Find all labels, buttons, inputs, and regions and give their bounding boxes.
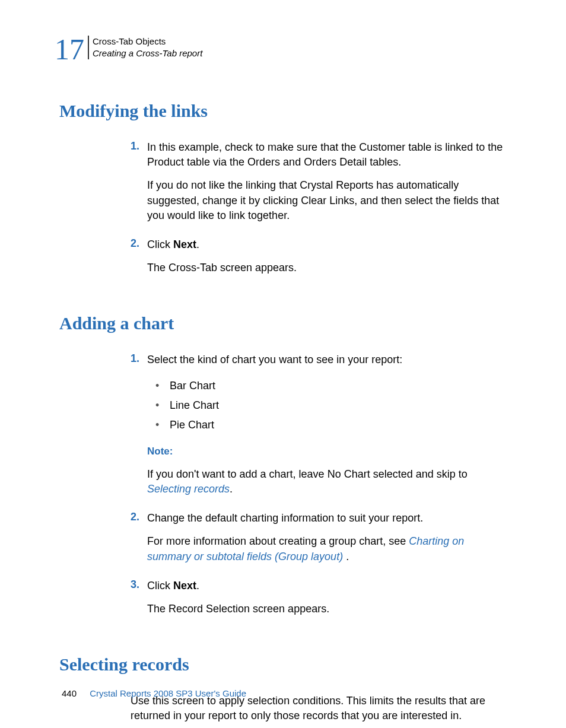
- step-text: For more information about creating a gr…: [147, 534, 505, 564]
- chapter-number: 17: [55, 34, 88, 64]
- heading-adding-chart: Adding a chart: [59, 313, 511, 333]
- step-text: Change the default charting information …: [147, 511, 505, 526]
- step-result: The Record Selection screen appears.: [147, 602, 329, 616]
- list-item: Line Chart: [155, 396, 505, 415]
- text: .: [230, 483, 233, 495]
- footer-doc-title: Crystal Reports 2008 SP3 User's Guide: [90, 688, 246, 698]
- page-number: 440: [62, 688, 77, 698]
- modifying-step-2: 2. Click Next. The Cross-Tab screen appe…: [131, 237, 505, 284]
- text: Click: [147, 239, 173, 250]
- bold-text: Next: [173, 239, 196, 250]
- step-number: 1.: [131, 140, 147, 231]
- step-text: If you do not like the linking that Crys…: [147, 178, 505, 223]
- step-text: Select the kind of chart you want to see…: [147, 352, 505, 367]
- adding-step-3: 3. Click Next. The Record Selection scre…: [131, 578, 505, 625]
- step-body: In this example, check to make sure that…: [147, 140, 505, 231]
- section-selecting-content: Use this screen to apply selection condi…: [131, 694, 505, 728]
- step-body: Click Next. The Record Selection screen …: [147, 578, 329, 625]
- section-modifying-content: 1. In this example, check to make sure t…: [131, 140, 505, 284]
- header-line-2: Creating a Cross-Tab report: [93, 47, 202, 59]
- text: .: [343, 551, 349, 562]
- note-label: Note:: [147, 444, 505, 459]
- text: .: [196, 580, 199, 592]
- note-text: If you don't want to add a chart, leave …: [147, 467, 505, 497]
- link-selecting-records[interactable]: Selecting records: [147, 483, 230, 495]
- adding-step-2: 2. Change the default charting informati…: [131, 511, 505, 573]
- step-result: The Cross-Tab screen appears.: [147, 260, 297, 275]
- bold-text: Next: [173, 580, 196, 592]
- text: .: [196, 239, 199, 250]
- modifying-step-1: 1. In this example, check to make sure t…: [131, 140, 505, 231]
- step-number: 2.: [131, 511, 147, 573]
- step-number: 1.: [131, 352, 147, 505]
- text: Click: [147, 580, 173, 592]
- section-adding-content: 1. Select the kind of chart you want to …: [131, 352, 505, 625]
- step-text: Click Next.: [147, 578, 329, 593]
- text: If you don't want to add a chart, leave …: [147, 468, 468, 480]
- step-number: 2.: [131, 237, 147, 284]
- heading-selecting-records: Selecting records: [59, 654, 511, 675]
- step-text: In this example, check to make sure that…: [147, 140, 505, 170]
- list-item: Pie Chart: [155, 415, 505, 435]
- step-body: Select the kind of chart you want to see…: [147, 352, 505, 505]
- step-body: Change the default charting information …: [147, 511, 505, 573]
- heading-modifying-links: Modifying the links: [59, 101, 511, 121]
- header-text: Cross-Tab Objects Creating a Cross-Tab r…: [89, 34, 202, 59]
- page-footer: 440 Crystal Reports 2008 SP3 User's Guid…: [62, 688, 246, 698]
- step-number: 3.: [131, 578, 147, 625]
- list-item: Bar Chart: [155, 376, 505, 396]
- step-body: Click Next. The Cross-Tab screen appears…: [147, 237, 297, 284]
- step-text: Click Next.: [147, 237, 297, 252]
- page-header: 17 Cross-Tab Objects Creating a Cross-Ta…: [55, 34, 511, 64]
- adding-step-1: 1. Select the kind of chart you want to …: [131, 352, 505, 505]
- header-line-1: Cross-Tab Objects: [93, 36, 202, 47]
- text: For more information about creating a gr…: [147, 535, 409, 547]
- chart-type-list: Bar Chart Line Chart Pie Chart: [155, 376, 505, 435]
